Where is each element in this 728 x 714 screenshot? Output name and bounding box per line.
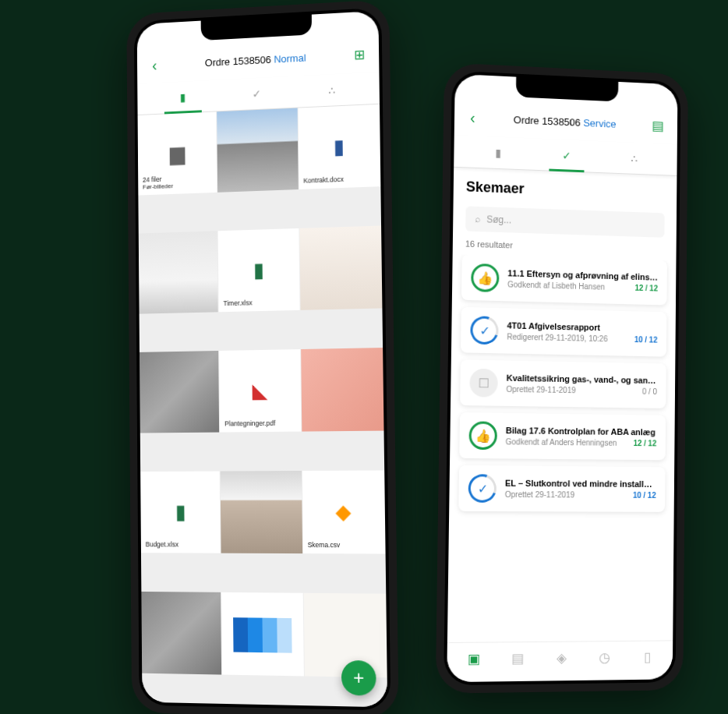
nav-calendar[interactable]: ▣ xyxy=(452,651,497,668)
image-tile[interactable] xyxy=(221,592,303,677)
card-count: 10 / 12 xyxy=(633,491,656,500)
clipboard-icon[interactable]: ▤ xyxy=(648,115,666,137)
excel-icon: ▮ xyxy=(175,500,186,525)
tab-check[interactable]: ✓ xyxy=(220,76,295,111)
tab-files[interactable]: ▮ xyxy=(147,80,220,115)
file-tile-excel[interactable]: ▮ Timer.xlsx xyxy=(218,228,299,313)
search-icon: ⌕ xyxy=(475,214,480,224)
empty-icon: ☐ xyxy=(469,369,498,398)
check-icon: ✓ xyxy=(562,149,571,161)
card-sub: Redigerert 29-11-2019, 10:26 xyxy=(507,332,607,343)
file-tile-excel[interactable]: ▮ Budget.xlsx xyxy=(140,472,221,553)
word-icon: ▮ xyxy=(334,135,345,160)
hierarchy-icon[interactable]: ⊞ xyxy=(351,43,368,66)
search-input[interactable]: ⌕ Søg... xyxy=(465,206,665,237)
phone-files: ‹ Ordre 1538506 Normal ⊞ ▮ ✓ ⛬ ▆ 24 file… xyxy=(126,0,398,714)
file-tile-word[interactable]: ▮ Kontrakt.docx xyxy=(298,104,380,190)
card-title: Kvalitetssikring gas-, vand-, og sanitet xyxy=(507,373,657,385)
bottom-nav: ▣ ▤ ◈ ◷ ▯ xyxy=(447,640,673,682)
back-button[interactable]: ‹ xyxy=(147,53,161,77)
card-count: 12 / 12 xyxy=(634,284,658,293)
card-title: EL – Slutkontrol ved mindre installation xyxy=(505,479,656,489)
file-tile-pdf[interactable]: ◣ Plantegninger.pdf xyxy=(219,349,301,433)
order-type: Normal xyxy=(274,52,306,65)
folder-label: 24 filer Før-billeder xyxy=(143,175,173,191)
card-title: 4T01 Afgivelsesrapport xyxy=(507,320,657,333)
back-button[interactable]: ‹ xyxy=(465,105,480,130)
tab-files[interactable]: ▮ xyxy=(463,136,532,169)
folder-icon: ▮ xyxy=(180,91,186,104)
file-label: Timer.xlsx xyxy=(224,299,253,308)
image-tile[interactable] xyxy=(217,108,298,193)
tag-icon: ◈ xyxy=(556,651,566,666)
people-icon: ⛬ xyxy=(629,152,640,164)
file-label: Skema.csv xyxy=(308,541,341,549)
tab-people[interactable]: ⛬ xyxy=(601,142,669,175)
skema-card[interactable]: 👍 Bilag 17.6 Kontrolplan for ABA anlæg G… xyxy=(459,412,666,460)
skema-card[interactable]: 👍 11.1 Eftersyn og afprøvning af elinsta… xyxy=(461,255,667,306)
nav-timer[interactable]: ◷ xyxy=(583,649,626,666)
card-sub: Oprettet 29-11-2019 xyxy=(506,385,575,394)
card-sub: Godkendt af Lisbeth Hansen xyxy=(507,280,605,291)
plus-icon: + xyxy=(353,666,365,689)
progress-icon: ✓ xyxy=(466,312,504,349)
card-count: 0 / 0 xyxy=(642,387,657,396)
people-icon: ⛬ xyxy=(327,83,337,97)
card-count: 12 / 12 xyxy=(634,439,657,447)
skema-card[interactable]: ☐ Kvalitetssikring gas-, vand-, og sanit… xyxy=(460,359,666,408)
order-label: Ordre 1538506 xyxy=(514,114,581,129)
image-tile[interactable] xyxy=(140,351,220,433)
image-tile[interactable] xyxy=(221,471,302,553)
clipboard-icon: ▤ xyxy=(511,651,524,666)
pdf-icon: ◣ xyxy=(252,379,267,403)
card-title: Bilag 17.6 Kontrolplan for ABA anlæg xyxy=(506,426,657,437)
search-placeholder: Søg... xyxy=(486,214,511,225)
image-tile[interactable] xyxy=(141,592,221,675)
card-title: 11.1 Eftersyn og afprøvning af elinstall… xyxy=(507,268,658,281)
folder-tile[interactable]: ▆ 24 filer Før-billeder xyxy=(138,111,217,196)
order-label: Ordre 1538506 xyxy=(205,54,271,69)
page-title: Ordre 1538506 Normal xyxy=(161,50,351,71)
image-tile[interactable] xyxy=(299,225,382,310)
file-label: Kontrakt.docx xyxy=(303,175,344,185)
file-tile-csv[interactable]: ◆ Skema.csv xyxy=(302,470,386,553)
timer-icon: ◷ xyxy=(599,650,610,665)
card-sub: Oprettet 29-11-2019 xyxy=(505,490,574,500)
nav-tag[interactable]: ◈ xyxy=(539,650,583,667)
file-label: Budget.xlsx xyxy=(146,540,178,548)
files-grid: ▆ 24 filer Før-billeder ▮ Kontrakt.docx … xyxy=(138,104,388,708)
add-button[interactable]: + xyxy=(341,660,376,696)
skema-card[interactable]: ✓ EL – Slutkontrol ved mindre installati… xyxy=(458,465,665,512)
skema-list: 👍 11.1 Eftersyn og afprøvning af elinsta… xyxy=(447,254,676,667)
csv-icon: ◆ xyxy=(336,500,352,525)
nav-battery[interactable]: ▯ xyxy=(626,649,669,666)
folder-icon: ▆ xyxy=(170,142,185,166)
skema-card[interactable]: ✓ 4T01 Afgivelsesrapport Redigerert 29-1… xyxy=(461,307,666,357)
thumbs-up-icon: 👍 xyxy=(471,263,499,292)
progress-icon: ✓ xyxy=(464,469,501,507)
image-tile[interactable] xyxy=(301,348,384,432)
order-type: Service xyxy=(583,117,616,130)
page-title: Ordre 1538506 Service xyxy=(480,112,649,131)
file-label: Plantegninger.pdf xyxy=(224,419,275,428)
phone-skemaer: ‹ Ordre 1538506 Service ▤ ▮ ✓ ⛬ Skemaer … xyxy=(436,62,688,694)
excel-icon: ▮ xyxy=(253,258,264,282)
card-count: 10 / 12 xyxy=(634,335,658,345)
card-sub: Godkendt af Anders Henningsen xyxy=(506,437,617,447)
image-tile[interactable] xyxy=(139,231,218,314)
tab-people[interactable]: ⛬ xyxy=(294,72,370,107)
check-icon: ✓ xyxy=(253,87,262,100)
tab-check[interactable]: ✓ xyxy=(532,139,601,172)
thumbs-up-icon: 👍 xyxy=(468,421,497,450)
nav-clipboard[interactable]: ▤ xyxy=(496,650,539,667)
calendar-icon: ▣ xyxy=(468,652,480,667)
battery-icon: ▯ xyxy=(644,650,651,665)
folder-icon: ▮ xyxy=(495,147,501,159)
